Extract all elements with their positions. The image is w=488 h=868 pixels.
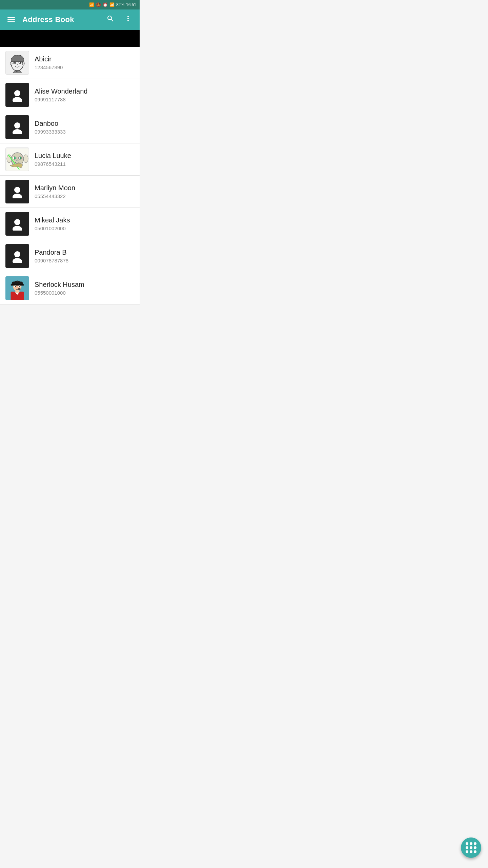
svg-point-30 — [13, 258, 22, 263]
page-title: Address Book — [22, 15, 99, 24]
list-item[interactable]: Sherlock Husam 05550001000 — [0, 272, 140, 304]
svg-point-29 — [14, 251, 20, 257]
contact-phone: 09876543211 — [35, 161, 134, 167]
list-item[interactable]: Abicir 1234567890 — [0, 47, 140, 79]
status-bar: 📶 🔕 ⏰ 📶 82% 16:51 — [0, 0, 140, 9]
avatar — [5, 276, 29, 300]
contact-info: Mikeal Jaks 05001002000 — [35, 216, 134, 231]
svg-point-26 — [13, 194, 22, 198]
avatar — [5, 83, 29, 107]
contact-name: Mikeal Jaks — [35, 216, 134, 224]
avatar — [5, 244, 29, 268]
contact-phone: 009078787878 — [35, 258, 134, 263]
avatar — [5, 180, 29, 203]
list-item[interactable]: Danboo 09993333333 — [0, 111, 140, 143]
contact-phone: 09991117788 — [35, 97, 134, 102]
svg-point-39 — [15, 286, 16, 287]
menu-icon[interactable] — [5, 15, 17, 24]
status-icons: 📶 🔕 ⏰ 📶 82% 16:51 — [89, 2, 136, 7]
sketch-face-avatar — [6, 52, 28, 74]
list-item[interactable]: Mikeal Jaks 05001002000 — [0, 208, 140, 240]
svg-point-10 — [13, 97, 22, 102]
svg-point-9 — [14, 90, 20, 96]
svg-point-27 — [14, 219, 20, 225]
black-banner — [0, 30, 140, 47]
contact-name: Sherlock Husam — [35, 281, 134, 289]
contact-name: Abicir — [35, 55, 134, 63]
svg-rect-36 — [11, 284, 24, 285]
contact-info: Sherlock Husam 05550001000 — [35, 281, 134, 296]
contact-phone: 09993333333 — [35, 129, 134, 135]
contact-info: Alise Wonderland 09991117788 — [35, 87, 134, 102]
time-text: 16:51 — [126, 2, 136, 7]
svg-point-23 — [16, 160, 18, 161]
contact-info: Pandora B 009078787878 — [35, 249, 134, 263]
svg-point-7 — [22, 62, 24, 65]
signal-icon: 📶 — [109, 2, 115, 7]
list-item[interactable]: Marliyn Moon 05554443322 — [0, 176, 140, 208]
contact-phone: 05550001000 — [35, 290, 134, 296]
contact-name: Lucia Luuke — [35, 152, 134, 160]
contact-info: Abicir 1234567890 — [35, 55, 134, 70]
svg-point-42 — [19, 288, 20, 290]
svg-point-11 — [14, 122, 20, 129]
contact-info: Lucia Luuke 09876543211 — [35, 152, 134, 167]
bluetooth-icon: 📶 — [89, 2, 94, 7]
contact-phone: 05554443322 — [35, 193, 134, 199]
contact-name: Marliyn Moon — [35, 184, 134, 192]
svg-point-25 — [14, 187, 20, 193]
svg-point-21 — [15, 158, 15, 158]
contact-list: Abicir 1234567890 Alise Wonderland 09991… — [0, 47, 140, 304]
contact-name: Alise Wonderland — [35, 87, 134, 95]
avatar — [5, 115, 29, 139]
svg-point-4 — [14, 62, 16, 63]
avatar — [5, 147, 29, 171]
mute-icon: 🔕 — [96, 2, 101, 7]
contact-info: Marliyn Moon 05554443322 — [35, 184, 134, 199]
contact-info: Danboo 09993333333 — [35, 120, 134, 135]
search-icon[interactable] — [104, 13, 117, 27]
svg-point-6 — [10, 62, 12, 65]
contact-name: Pandora B — [35, 249, 134, 256]
battery-text: 82% — [116, 2, 124, 7]
svg-point-5 — [20, 62, 21, 63]
more-icon[interactable] — [122, 13, 134, 27]
contact-name: Danboo — [35, 120, 134, 127]
contact-phone: 05001002000 — [35, 225, 134, 231]
list-item[interactable]: Pandora B 009078787878 — [0, 240, 140, 272]
svg-point-12 — [13, 129, 22, 134]
svg-point-15 — [23, 155, 28, 163]
avatar — [5, 51, 29, 75]
list-item[interactable]: Lucia Luuke 09876543211 — [0, 143, 140, 176]
contact-phone: 1234567890 — [35, 64, 134, 70]
svg-point-22 — [20, 158, 21, 158]
svg-point-40 — [19, 286, 20, 287]
list-item[interactable]: Alise Wonderland 09991117788 — [0, 79, 140, 111]
svg-point-28 — [13, 226, 22, 231]
alarm-icon: ⏰ — [103, 2, 108, 7]
avatar — [5, 212, 29, 236]
app-bar: Address Book — [0, 9, 140, 30]
